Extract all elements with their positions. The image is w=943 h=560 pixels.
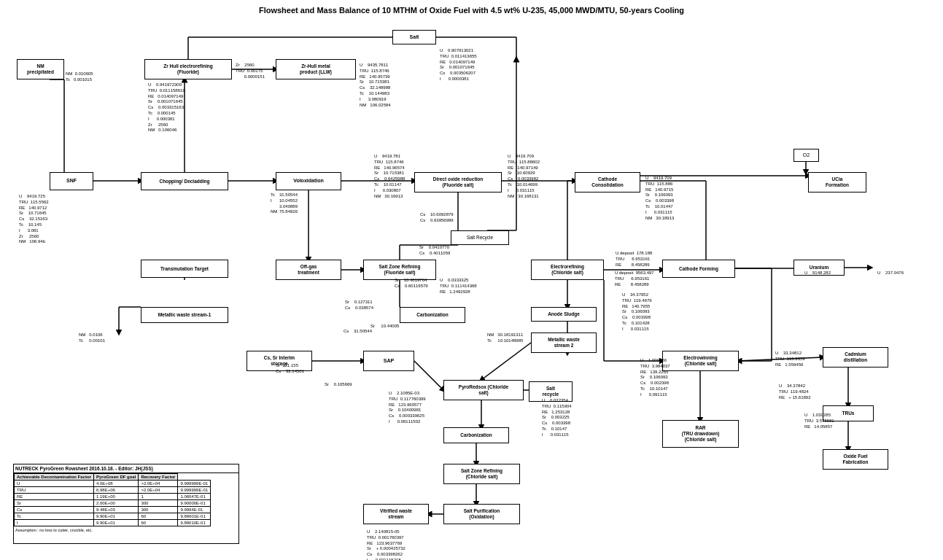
salt-purification-box: Salt Purification(Oxidation)	[443, 504, 520, 524]
direct-oxide-right-data: U 9419.709 TRU 115.88602 RE 140.97149 Sr…	[508, 154, 540, 199]
salt-box: Salt	[392, 30, 436, 44]
sr-cs-salt-recycle: Sr 0.0410770 Cs 0.4011059	[419, 245, 450, 257]
off-gas-cs-data: Cs 31.50544	[344, 329, 372, 335]
cadmium-out-data: U 34.37842 TRU 119.4824 RE + 15.61892	[779, 384, 811, 400]
electrorefining-box: Electrorefining(Chloride salt)	[531, 260, 604, 280]
trus-data: U 1.030285 TRU 3.578581 RE 14.05857	[804, 413, 834, 429]
pyroredsox-in-data: U 2.1085E-03 TRU 0.117760399 RE 123.9605…	[389, 391, 426, 425]
page-title: Flowsheet and Mass Balance of 10 MTHM of…	[6, 6, 937, 15]
volox-data: 31.50544 10.04552 3.040889 75.84926	[279, 192, 298, 215]
col-header-2: PyroGreen DF goal	[94, 474, 139, 481]
info-table: NUTRECK PyroGreen Rowsheet 2016.10.18. -…	[13, 464, 239, 544]
zr-hull-inner-data: U 0.941972309 TRU 0.011158619 RE 0.01409…	[148, 82, 185, 133]
col-header-3: Recovery Factor	[139, 474, 178, 481]
table-row: U 4.0E+08 >2.0E+04 9.999999E-01	[15, 481, 211, 487]
snf-box: SNF	[50, 172, 93, 190]
table-row: Sr 2.00E+00 300 9.90000E-01	[15, 500, 211, 507]
direct-oxide-box: Direct oxide reduction(Fluoride salt)	[414, 172, 502, 192]
table-row: Cs 9.48E+03 300 9.9994E-01	[15, 507, 211, 513]
info-table-title: NUTRECK PyroGreen Rowsheet 2016.10.18. -…	[14, 464, 238, 473]
zr-hull-metal-box: Zr-Hull metalproduct (LLW)	[276, 59, 356, 79]
table-row: RE 1.19E+00 1 1.06047E-01	[15, 494, 211, 500]
cs-sr-interim-data: Sr 21.155 Cs 32.14501	[276, 363, 304, 375]
info-table-content: Achievable Decontamination Factor PyroGr…	[14, 473, 211, 526]
salt-zone-fl-data2: Sr 10.4819764 Cs 0.60119579	[395, 278, 428, 289]
oxide-fuel-fab-box: Oxide FuelFabrication	[823, 449, 888, 470]
uranium-u-data: U 9148.282	[804, 271, 831, 276]
salt-zone-fl-sr: Sr 10.44005	[370, 324, 399, 330]
anode-sludge-box: Anode Sludge	[531, 307, 597, 322]
table-row: Tc 9.90E+01 60 9.89001E-01	[15, 513, 211, 520]
cathode-deposit-data: U 34.37952 TRU 119.4679 RE 140.7955 Sr 0…	[622, 292, 652, 332]
cadmium-distillation-box: Cadmiumdistillation	[823, 347, 888, 368]
salt-zone-fl-data: U 0.0333325 TRU 0.111414368 RE 1.2492928	[440, 278, 477, 295]
ucia-box: UCiaFormation	[808, 172, 866, 192]
salt-recycle-box: Salt Recycle	[451, 230, 509, 245]
off-gas-box: Off-gastreatment	[276, 260, 341, 280]
uranium-u2-data: U 237.0476	[877, 271, 904, 276]
carbonization-2-box: Carbonization	[443, 427, 509, 443]
svg-line-30	[414, 361, 443, 390]
cadmium-in-data: U 33.34812 TRU 115.9359 RE 1.559456	[775, 351, 805, 368]
direct-oxide-cs-data: Cs 10.6092879 Cs 0.63956999	[420, 212, 454, 224]
volox-label: TcI NM	[271, 192, 277, 215]
metallic-waste-1-box: Metallic waste stream-1	[141, 307, 228, 323]
sap-sr-data: Sr 0.105669	[325, 382, 352, 388]
off-gas-data: Sr 0.127311 Cs 0.038574	[345, 300, 373, 311]
chopping-box: Chopping/ Decladding	[141, 172, 228, 190]
vitrified-data: U 2.140815-05 TRU 0.001760397 RE 123.963…	[367, 529, 405, 560]
cathode-forming-box: Cathode Forming	[662, 260, 735, 278]
transmutation-box: Transmutation Target	[141, 260, 228, 278]
sap-box: SAP	[363, 351, 414, 371]
vitrified-waste-box: Vitrified wastestream	[363, 504, 429, 524]
pyroredsox-box: PyroRedsox (Chloridesalt)	[443, 380, 524, 400]
nm-data: NM 0.010605Tc 0.001015	[66, 71, 93, 83]
zr-hull-box: Zr Hull electrorefining(Fluoride)	[144, 59, 232, 79]
salt-right-data: U 0.907913021 TRU 0.011413655 RE 0.01409…	[440, 48, 477, 82]
salt-zone-fluoride-box: Salt Zone Refining(Fluoride salt)	[363, 260, 436, 280]
direct-oxide-left-data: U 9419.781 TRU 115.8746 RE 140.96574 Sr …	[374, 154, 405, 199]
metallic-1-nbtc: NM 0.0106 Tc 0.00101	[79, 332, 105, 344]
flowsheet-container: Salt NMprecipitated Zr Hull electrorefin…	[6, 19, 936, 551]
table-row: I 9.90E+01 60 9.89010E-01	[15, 520, 211, 526]
table-row: TRU 6.98E+06 >2.0E+04 9.999999E-01	[15, 487, 211, 494]
o2-box: O2	[793, 149, 819, 162]
svg-line-50	[481, 343, 531, 380]
electrowinning-box: Electrowinning(Chloride salt)	[662, 351, 739, 371]
col-header-1: Achievable Decontamination Factor	[15, 474, 94, 481]
voloxidation-box: Voloxidation	[276, 172, 341, 190]
zr-hull-right-data: Zr 2560 TRU 0.00175 0.0000151	[236, 63, 265, 79]
page: Flowsheet and Mass Balance of 10 MTHM of…	[0, 0, 943, 560]
electroref-deposit: U deposit 9563.497 TRU 6.953161 RE 8.458…	[615, 271, 654, 287]
u-deposit-cathode: U deposit 178.188 TRU 6.953161 RE 8.4582…	[616, 251, 652, 268]
salt-recycle-2-data: U 0.022354 TRU 0.115904 RE 1.253128 Sr 0…	[542, 398, 572, 438]
info-note: Assumption : no loss to cutter, crucible…	[14, 526, 238, 534]
rar-box: RAR(TRU drawdown)(Chloride salt)	[662, 420, 739, 448]
nm-precipitated-box: NMprecipitated	[17, 59, 64, 79]
electrowinning-data: U 1.009286 TRU 3.984037 RE 139.2265 Sr 0…	[640, 358, 670, 398]
cathode-consol-box: CathodeConsolidation	[575, 172, 640, 192]
metallic-waste-2-box: Metallic wastestream 2	[531, 332, 597, 353]
cathode-consol-data: U 9419.709 TRU 115.886 RE 140.9715 Sr 0.…	[645, 176, 674, 221]
snf-data: U 9419.725 TRU 115.5562 RE 140.9712 Sr 1…	[19, 194, 49, 245]
carbonization-1-box: Carbonization	[400, 307, 465, 323]
zr-hull-metal-data: U 9435.7811 TRU 115.8746 RE 140.95739 Sr…	[360, 63, 391, 108]
metallic-2-data: NM 30.18191311 Tc 10.10148985	[487, 332, 523, 344]
salt-zone-chloride-box: Salt Zone Refining(Chloride salt)	[443, 464, 520, 484]
